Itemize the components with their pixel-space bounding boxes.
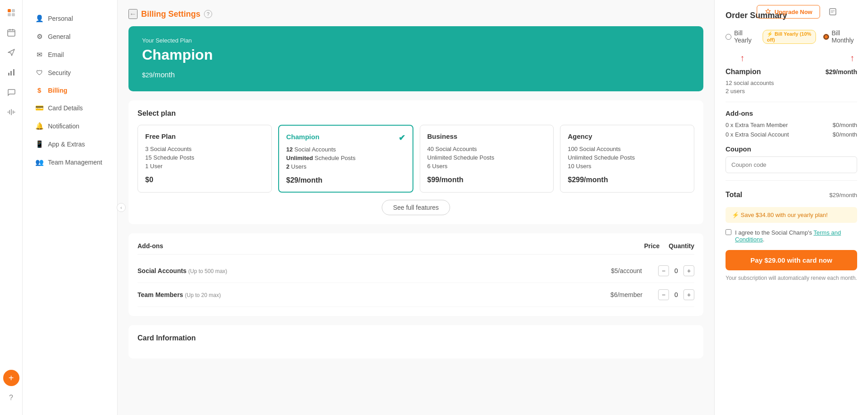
bill-monthly-option[interactable]: Bill Monthly <box>823 29 857 44</box>
order-addon-label-0: 0 x Extra Team Member <box>726 122 788 128</box>
svg-rect-11 <box>830 9 836 15</box>
sidebar: 👤Personal⚙General✉Email🛡Security$Billing… <box>23 0 118 415</box>
addon-plus-0[interactable]: + <box>683 265 694 276</box>
yearly-badge: ⚡ Bill Yearly (10% off) <box>763 30 816 44</box>
send-icon[interactable] <box>3 44 19 61</box>
plan-card-agency[interactable]: Agency100 Social AccountsUnlimited Sched… <box>560 125 694 193</box>
addons-qty-col: Quantity <box>669 242 694 250</box>
plan-price-agency: $299/month <box>568 176 687 184</box>
comment-icon[interactable] <box>3 84 19 100</box>
sidebar-label-billing: Billing <box>48 87 67 94</box>
addon-plus-1[interactable]: + <box>683 289 694 300</box>
sidebar-item-card-details[interactable]: 💳Card Details <box>26 99 114 117</box>
sidebar-label-notification: Notification <box>48 123 79 130</box>
order-addon-price-1: $0/month <box>833 131 857 138</box>
banner-label: Your Selected Plan <box>142 37 690 44</box>
addon-row-1: Team Members (Up to 20 max)$6/member−0+ <box>138 283 694 307</box>
card-info-title: Card Information <box>138 334 694 342</box>
bill-yearly-label: Bill Yearly <box>734 29 755 44</box>
bill-monthly-radio[interactable] <box>823 34 829 40</box>
bill-yearly-radio[interactable] <box>726 34 731 40</box>
terms-checkbox[interactable] <box>726 229 731 235</box>
calendar-icon[interactable] <box>3 24 19 41</box>
svg-rect-8 <box>8 73 9 75</box>
sidebar-item-team-management[interactable]: 👥Team Management <box>26 154 114 171</box>
plan-feature-0: 12 Social Accounts <box>286 146 405 153</box>
sidebar-item-security[interactable]: 🛡Security <box>26 64 114 81</box>
help-icon-header[interactable]: ? <box>204 10 212 18</box>
upgrade-now-button[interactable]: Upgrade Now <box>757 5 820 19</box>
plan-card-champion[interactable]: Champion✔12 Social AccountsUnlimited Sch… <box>278 125 413 193</box>
plan-name-free plan: Free Plan <box>145 132 264 140</box>
banner-plan-name: Champion <box>142 47 690 63</box>
add-icon[interactable]: + <box>3 370 19 386</box>
total-row: Total $29/month <box>726 188 857 200</box>
card-details-sidebar-icon: 💳 <box>35 104 43 112</box>
notification-sidebar-icon: 🔔 <box>35 122 43 130</box>
plan-card-section: Select plan Free Plan3 Social Accounts15… <box>128 100 703 224</box>
sidebar-item-notification[interactable]: 🔔Notification <box>26 118 114 135</box>
notifications-icon[interactable] <box>825 4 841 20</box>
pay-button[interactable]: Pay $29.00 with card now <box>726 250 857 270</box>
back-button[interactable]: ← <box>128 9 138 19</box>
sidebar-item-general[interactable]: ⚙General <box>26 28 114 45</box>
personal-sidebar-icon: 👤 <box>35 14 43 23</box>
plan-feature-1: Unlimited Schedule Posts <box>568 154 687 161</box>
addons-section: Add-ons Price Quantity Social Accounts (… <box>128 233 703 316</box>
plan-feature-2: 6 Users <box>427 163 546 170</box>
content-area: ← Billing Settings ? Your Selected Plan … <box>118 0 714 415</box>
plan-card-business[interactable]: Business40 Social AccountsUnlimited Sche… <box>420 125 554 193</box>
renew-note: Your subscription will automatically ren… <box>726 275 857 281</box>
plan-price-champion: $29/month <box>286 176 405 184</box>
plan-feature-0: 100 Social Accounts <box>568 146 687 152</box>
plan-feature-2: 10 Users <box>568 163 687 170</box>
help-icon[interactable]: ? <box>3 390 19 406</box>
plan-feature-2: 1 User <box>145 163 264 170</box>
coupon-input[interactable] <box>726 156 857 173</box>
order-addons-title: Add-ons <box>726 109 857 117</box>
sidebar-label-team-management: Team Management <box>48 159 102 166</box>
addon-qty-value-1: 0 <box>673 291 680 298</box>
svg-rect-10 <box>13 69 14 75</box>
sidebar-item-email[interactable]: ✉Email <box>26 46 114 63</box>
plan-card-free-plan[interactable]: Free Plan3 Social Accounts15 Schedule Po… <box>138 125 272 193</box>
plan-feature-1: Unlimited Schedule Posts <box>286 155 405 161</box>
sidebar-item-app-extras[interactable]: 📱App & Extras <box>26 136 114 153</box>
sidebar-item-personal[interactable]: 👤Personal <box>26 10 114 27</box>
addons-price-col: Price <box>644 242 659 250</box>
analytics-icon[interactable] <box>3 64 19 80</box>
plan-feature-1: 15 Schedule Posts <box>145 154 264 161</box>
team-management-sidebar-icon: 👥 <box>35 158 43 166</box>
order-addon-price-0: $0/month <box>833 122 857 128</box>
bill-monthly-label: Bill Monthly <box>832 29 857 44</box>
icon-bar: + ? <box>0 0 23 415</box>
see-features-button[interactable]: See full features <box>382 200 450 215</box>
sidebar-collapse-button[interactable]: ‹ <box>117 203 126 212</box>
page-title: Billing Settings <box>141 9 200 19</box>
logo-icon[interactable] <box>3 5 19 21</box>
sidebar-item-billing[interactable]: $Billing <box>26 82 114 99</box>
addon-qty-0: −0+ <box>658 265 694 276</box>
select-plan-title: Select plan <box>138 109 694 118</box>
addon-minus-0[interactable]: − <box>658 265 669 276</box>
card-info-section: Card Information <box>128 325 703 358</box>
sidebar-label-card-details: Card Details <box>48 104 83 112</box>
svg-rect-0 <box>8 9 11 12</box>
app-extras-sidebar-icon: 📱 <box>35 140 43 148</box>
addon-price-1: $6/member <box>604 291 649 298</box>
plan-feature-0: 3 Social Accounts <box>145 146 264 152</box>
sidebar-label-email: Email <box>48 51 64 58</box>
waveform-icon[interactable] <box>3 104 19 120</box>
monthly-arrow-icon: ↑ <box>850 53 856 63</box>
banner-price: $29/month <box>142 66 690 80</box>
coupon-label: Coupon <box>726 145 857 153</box>
plan-name-champion: Champion✔ <box>286 133 405 141</box>
plan-feature-2: 2 Users <box>286 163 405 170</box>
order-plan-name: Champion <box>726 68 761 76</box>
svg-rect-4 <box>8 30 15 36</box>
addon-minus-1[interactable]: − <box>658 289 669 300</box>
bill-yearly-option[interactable]: Bill Yearly <box>726 29 755 44</box>
addon-name-0: Social Accounts (Up to 500 max) <box>138 267 595 274</box>
svg-rect-9 <box>10 71 12 75</box>
plan-selected-check-icon: ✔ <box>398 133 405 143</box>
